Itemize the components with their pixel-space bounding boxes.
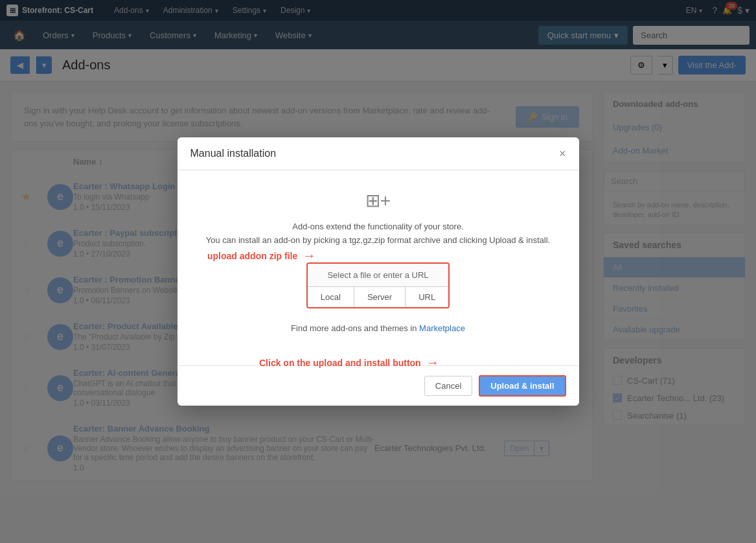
click-annotation: Click on the upload and install button → [259,355,439,370]
addon-icon: ⊞+ [203,190,553,211]
modal-close-button[interactable]: × [559,148,566,159]
modal-body: ⊞+ Add-ons extend the functionality of y… [178,170,579,366]
modal-header: Manual installation × [178,137,579,170]
file-input-area: Select a file or enter a URL Local Serve… [306,262,450,308]
upload-install-button[interactable]: Upload & install [479,375,566,397]
arrow-right-icon-2: → [426,355,439,370]
upload-annotation: upload addon zip file → [207,248,315,263]
modal-desc1: Add-ons extend the functionality of your… [203,220,553,248]
modal-overlay[interactable]: upload addon zip file → Click on the upl… [0,0,756,543]
file-tab-server[interactable]: Server [354,287,406,307]
file-input-placeholder: Select a file or enter a URL [308,264,448,287]
arrow-right-icon: → [303,248,315,263]
marketplace-link[interactable]: Marketplace [419,323,465,333]
cancel-button[interactable]: Cancel [424,376,472,396]
modal-title: Manual installation [190,148,277,159]
marketplace-text: Find more add-ons and themes in Marketpl… [203,323,553,333]
modal-footer: Cancel Upload & install [178,365,579,406]
file-tab-local[interactable]: Local [308,287,354,307]
file-tab-url[interactable]: URL [406,287,448,307]
file-tabs: Local Server URL [308,287,448,307]
